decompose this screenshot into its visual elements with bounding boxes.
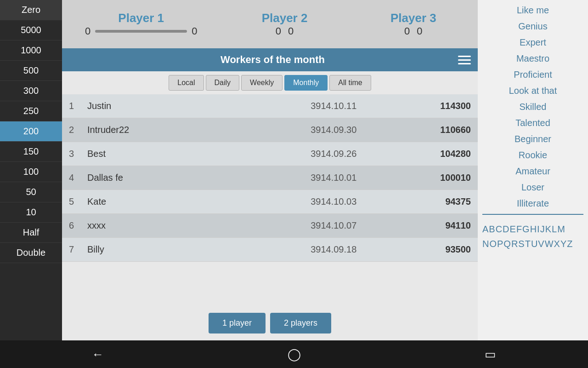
row-rank: 2 — [69, 125, 87, 135]
menu-line-1 — [458, 56, 471, 57]
row-rank: 6 — [69, 220, 87, 231]
sidebar-item-half[interactable]: Half — [0, 223, 62, 243]
row-name: Billy — [87, 244, 252, 255]
row-rank: 7 — [69, 244, 87, 255]
tab-weekly[interactable]: Weekly — [241, 75, 283, 91]
right-menu-item-proficient[interactable]: Proficient — [478, 67, 588, 83]
leaderboard-container: Workers of the month LocalDailyWeeklyMon… — [62, 48, 478, 306]
player2-score-right: 0 — [288, 25, 294, 37]
sidebar-item-zero[interactable]: Zero — [0, 0, 62, 20]
player3-score-left: 0 — [404, 25, 410, 37]
row-date: 3914.10.01 — [252, 172, 416, 183]
player2-section: Player 2 0 0 — [220, 9, 349, 40]
home-button[interactable]: ◯ — [281, 345, 308, 364]
table-row: 6 xxxx 3914.10.07 94110 — [62, 214, 478, 238]
row-score: 94375 — [416, 196, 471, 207]
right-divider — [482, 214, 583, 215]
recent-button[interactable]: ▭ — [478, 345, 503, 364]
sidebar-item-10[interactable]: 10 — [0, 202, 62, 223]
player2-score-display: 0 0 — [276, 25, 294, 37]
row-score: 110660 — [416, 125, 471, 135]
row-date: 3914.10.07 — [252, 220, 416, 231]
left-sidebar: Zero500010005003002502001501005010HalfDo… — [0, 0, 62, 340]
right-menu-item-loser[interactable]: Loser — [478, 179, 588, 196]
right-menu-item-genius[interactable]: Genius — [478, 18, 588, 34]
alphabet-line-1[interactable]: ABCDEFGHIJKLM — [482, 222, 583, 236]
sidebar-item-1000[interactable]: 1000 — [0, 40, 62, 61]
player3-name: Player 3 — [390, 11, 436, 25]
right-menu-item-talented[interactable]: Talented — [478, 115, 588, 131]
table-row: 5 Kate 3914.10.03 94375 — [62, 190, 478, 214]
table-row: 3 Best 3914.09.26 104280 — [62, 142, 478, 166]
row-date: 3914.10.03 — [252, 196, 416, 207]
nav-bar: ← ◯ ▭ — [0, 340, 588, 368]
row-date: 3914.09.18 — [252, 244, 416, 255]
sidebar-item-300[interactable]: 300 — [0, 81, 62, 101]
table-row: 7 Billy 3914.09.18 93500 — [62, 238, 478, 262]
sidebar-item-250[interactable]: 250 — [0, 101, 62, 121]
sidebar-item-50[interactable]: 50 — [0, 182, 62, 202]
right-menu-item-illiterate[interactable]: Illiterate — [478, 196, 588, 212]
row-name: Intruder22 — [87, 125, 252, 135]
leaderboard-title: Workers of the month — [87, 54, 458, 66]
row-score: 100010 — [416, 172, 471, 183]
player1-name: Player 1 — [118, 11, 164, 25]
leaderboard-menu-icon[interactable] — [458, 56, 471, 64]
table-row: 4 Dallas fe 3914.10.01 100010 — [62, 166, 478, 190]
alphabet-line-2[interactable]: NOPQRSTUVWXYZ — [482, 236, 583, 251]
right-menu-item-amateur[interactable]: Amateur — [478, 163, 588, 179]
leaderboard-header: Workers of the month — [62, 48, 478, 71]
right-menu-item-beginner[interactable]: Beginner — [478, 131, 588, 147]
sidebar-item-200[interactable]: 200 — [0, 121, 62, 142]
two-players-button[interactable]: 2 players — [270, 313, 331, 334]
tab-all time[interactable]: All time — [329, 75, 371, 91]
right-menu-item-expert[interactable]: Expert — [478, 34, 588, 51]
tab-daily[interactable]: Daily — [206, 75, 240, 91]
tab-bar: LocalDailyWeeklyMonthlyAll time — [62, 71, 478, 94]
row-name: Kate — [87, 196, 252, 207]
player2-score-left: 0 — [276, 25, 281, 37]
row-score: 114300 — [416, 101, 471, 111]
back-button[interactable]: ← — [85, 345, 111, 364]
right-menu-item-look-at-that[interactable]: Look at that — [478, 83, 588, 99]
sidebar-item-500[interactable]: 500 — [0, 61, 62, 81]
tab-local[interactable]: Local — [169, 75, 204, 91]
player1-score-display: 0 0 — [85, 25, 198, 37]
main-area: Zero500010005003002502001501005010HalfDo… — [0, 0, 588, 340]
right-menu-item-like-me[interactable]: Like me — [478, 2, 588, 18]
row-rank: 4 — [69, 172, 87, 183]
player1-score-right: 0 — [192, 25, 197, 37]
player1-progress-bar — [95, 30, 187, 33]
sidebar-item-100[interactable]: 100 — [0, 162, 62, 182]
player2-name: Player 2 — [262, 11, 308, 25]
tab-monthly[interactable]: Monthly — [284, 75, 328, 91]
row-name: Dallas fe — [87, 172, 252, 183]
row-name: xxxx — [87, 220, 252, 231]
right-menu-item-maestro[interactable]: Maestro — [478, 51, 588, 67]
right-sidebar: Like meGeniusExpertMaestroProficientLook… — [478, 0, 588, 340]
row-score: 104280 — [416, 149, 471, 159]
row-name: Justin — [87, 101, 252, 111]
alphabet-section: ABCDEFGHIJKLM NOPQRSTUVWXYZ — [478, 217, 588, 256]
leaderboard-table: 1 Justin 3914.10.11 114300 2 Intruder22 … — [62, 94, 478, 262]
row-score: 93500 — [416, 244, 471, 255]
row-date: 3914.09.30 — [252, 125, 416, 135]
menu-line-2 — [458, 59, 471, 61]
row-rank: 3 — [69, 149, 87, 159]
sidebar-item-5000[interactable]: 5000 — [0, 20, 62, 40]
player3-section: Player 3 0 0 — [349, 9, 478, 40]
row-name: Best — [87, 149, 252, 159]
right-menu-item-skilled[interactable]: Skilled — [478, 99, 588, 115]
sidebar-item-double[interactable]: Double — [0, 243, 62, 263]
row-rank: 5 — [69, 196, 87, 207]
player3-score-right: 0 — [417, 25, 422, 37]
right-menu-item-rookie[interactable]: Rookie — [478, 147, 588, 163]
sidebar-item-150[interactable]: 150 — [0, 142, 62, 162]
row-date: 3914.09.26 — [252, 149, 416, 159]
one-player-button[interactable]: 1 player — [209, 313, 266, 334]
player1-section: Player 1 0 0 — [62, 7, 220, 41]
row-score: 94110 — [416, 220, 471, 231]
player3-score-display: 0 0 — [404, 25, 423, 37]
table-row: 1 Justin 3914.10.11 114300 — [62, 94, 478, 118]
player1-score-left: 0 — [85, 25, 90, 37]
